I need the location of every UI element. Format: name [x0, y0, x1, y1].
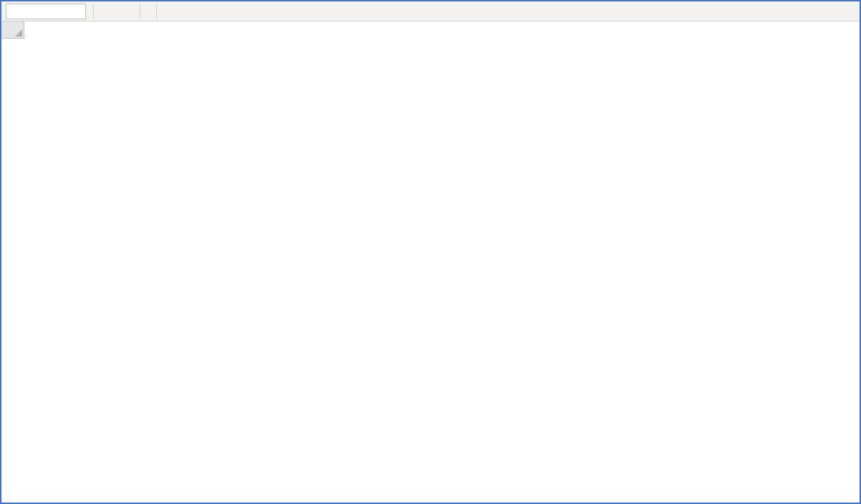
divider	[93, 4, 94, 19]
select-all-corner[interactable]	[1, 21, 24, 39]
divider	[140, 4, 140, 19]
divider	[156, 4, 157, 19]
name-box[interactable]	[6, 4, 86, 19]
formula-bar	[1, 1, 860, 21]
spreadsheet-grid	[1, 21, 860, 503]
